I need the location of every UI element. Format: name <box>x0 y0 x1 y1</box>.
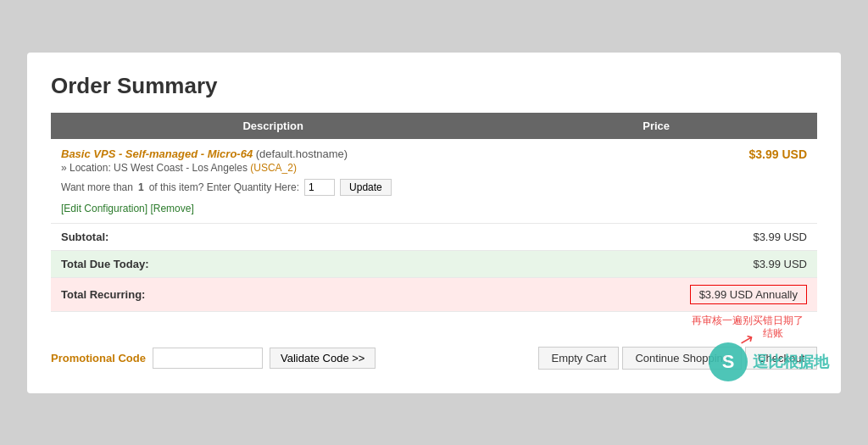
quantity-row: Want more than 1 of this item? Enter Qua… <box>61 179 485 196</box>
product-name: Basic VPS - Self-managed - Micro-64 <box>61 147 253 160</box>
empty-cart-button[interactable]: Empty Cart <box>538 347 619 370</box>
description-header: Description <box>51 113 495 139</box>
quantity-suffix: of this item? Enter Quantity Here: <box>149 181 299 193</box>
product-location-line: » Location: US West Coast - Los Angeles … <box>61 162 485 174</box>
quantity-input[interactable] <box>304 179 335 196</box>
total-recurring-value-cell: $3.99 USD Annually <box>495 278 817 312</box>
total-recurring-row: Total Recurring: $3.99 USD Annually <box>51 277 817 312</box>
watermark-symbol: S <box>722 351 735 373</box>
total-recurring-label: Total Recurring: <box>51 277 495 312</box>
total-due-value: $3.99 USD <box>495 250 817 277</box>
table-header-row: Description Price <box>51 113 817 139</box>
total-due-label: Total Due Today: <box>51 250 495 277</box>
location-prefix: » Location: <box>61 162 111 174</box>
quantity-text: Want more than <box>61 181 133 193</box>
validate-button[interactable]: Validate Code >> <box>270 348 376 369</box>
page-title: Order Summary <box>51 73 817 99</box>
product-row: Basic VPS - Self-managed - Micro-64 (def… <box>51 139 817 224</box>
subtotal-label: Subtotal: <box>51 223 495 250</box>
promo-label: Promotional Code <box>51 352 146 364</box>
edit-links: [Edit Configuration] [Remove] <box>61 203 485 214</box>
watermark: S 逗比根据地 <box>709 342 829 381</box>
location-name: US West Coast - Los Angeles <box>114 162 248 174</box>
promo-section: Promotional Code Validate Code >> <box>51 348 376 369</box>
watermark-icon: S <box>709 342 748 381</box>
footer-row: Promotional Code Validate Code >> Empty … <box>51 347 817 370</box>
product-description-cell: Basic VPS - Self-managed - Micro-64 (def… <box>51 139 495 224</box>
subtotal-value: $3.99 USD <box>495 223 817 250</box>
update-button[interactable]: Update <box>340 179 392 196</box>
watermark-text: 逗比根据地 <box>753 352 829 372</box>
price-header: Price <box>495 113 817 139</box>
annotation-row: 再审核一遍别买错日期了 <box>51 312 817 335</box>
quantity-bold: 1 <box>138 181 144 193</box>
total-due-row: Total Due Today: $3.99 USD <box>51 250 817 277</box>
remove-link[interactable]: [Remove] <box>150 203 193 214</box>
recurring-box: $3.99 USD Annually <box>690 285 807 304</box>
order-table: Description Price Basic VPS - Self-manag… <box>51 113 817 335</box>
checkout-label: 结账 <box>763 326 783 341</box>
product-price-cell: $3.99 USD <box>495 139 817 224</box>
edit-config-link[interactable]: [Edit Configuration] <box>61 203 147 214</box>
order-summary-container: Order Summary Description Price Basic VP… <box>27 53 841 393</box>
product-hostname: (default.hostname) <box>256 147 348 160</box>
promo-input[interactable] <box>153 348 263 369</box>
location-code: (USCA_2) <box>250 162 297 174</box>
subtotal-row: Subtotal: $3.99 USD <box>51 223 817 250</box>
product-name-line: Basic VPS - Self-managed - Micro-64 (def… <box>61 147 485 160</box>
